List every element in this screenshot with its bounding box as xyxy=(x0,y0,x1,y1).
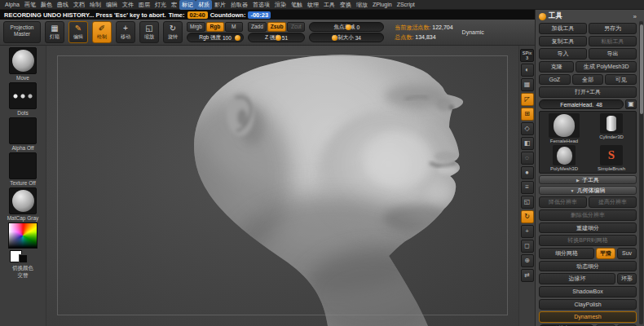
menu-item-brush[interactable]: 画笔 xyxy=(22,0,38,10)
solo-icon[interactable]: ● xyxy=(521,166,534,179)
smooth-toggle[interactable]: 平滑 xyxy=(596,248,615,259)
menu-item-zoom[interactable]: 缩放 xyxy=(354,0,370,10)
menu-item-curves[interactable]: 曲线 xyxy=(55,0,71,10)
tool-flyout-icon[interactable] xyxy=(539,13,546,20)
menu-item-tool[interactable]: 工具 xyxy=(321,0,337,10)
ghost-icon[interactable]: ◌ xyxy=(521,152,534,165)
menu-item-render[interactable]: 渲染 xyxy=(272,0,289,10)
panel-scrollbar-thumb[interactable] xyxy=(640,24,643,114)
clone-button[interactable]: 克隆 xyxy=(539,61,574,73)
rgb-button[interactable]: Rgb xyxy=(206,22,224,32)
quick-pick-cube-icon[interactable]: ▣ xyxy=(625,99,637,109)
dynamic-subdiv-button[interactable]: 动态细分 xyxy=(539,261,637,272)
tool-item-femalehead[interactable]: FemaleHead xyxy=(541,113,587,143)
draw-size-slider[interactable]: 绘制大小 34 xyxy=(309,33,384,42)
geometry-section-header[interactable]: ▼ 几何体编辑 xyxy=(539,186,637,195)
rgb-intensity-slider[interactable]: Rgb 强度 100 xyxy=(187,33,244,42)
menu-item-zplugin[interactable]: ZPlugin xyxy=(370,1,395,8)
export-button[interactable]: 导出 xyxy=(589,48,637,59)
color-picker[interactable] xyxy=(8,222,37,249)
zoom-3d-icon[interactable]: ⊕ xyxy=(521,254,534,267)
polyframe-icon[interactable]: ▦ xyxy=(521,78,534,91)
menu-item-draw[interactable]: 绘制 xyxy=(87,0,104,10)
focal-shift-slider[interactable]: 焦点衰减 0 xyxy=(309,22,384,32)
menu-item-document[interactable]: 文档 xyxy=(71,0,87,10)
edit-button[interactable]: ✎ 编辑 xyxy=(68,21,88,43)
current-brush-thumb[interactable] xyxy=(9,47,37,74)
menu-item-material[interactable]: 材质 xyxy=(196,0,212,10)
divide-button[interactable]: 细分网格 xyxy=(539,248,594,259)
perspective-icon[interactable]: ◸ xyxy=(521,93,534,106)
move-3d-icon[interactable]: + xyxy=(521,225,534,238)
scale-button[interactable]: ◱ 缩放 xyxy=(139,21,159,43)
make-polymesh3d-button[interactable]: 生成 PolyMesh3D xyxy=(576,61,637,73)
rotate-3d-icon[interactable]: ↻ xyxy=(521,210,534,223)
zsub-button[interactable]: Zsub xyxy=(267,22,287,32)
spix-slider[interactable]: SPix 3 xyxy=(520,49,534,62)
menu-item-texture[interactable]: 纹理 xyxy=(305,0,321,10)
delete-lower-button[interactable]: 删除低分辨率 xyxy=(539,209,637,221)
dynamesh-button[interactable]: Dynamesh xyxy=(539,311,637,323)
menu-item-alpha[interactable]: Alpha xyxy=(2,1,22,8)
higher-res-button[interactable]: 提高分辨率 xyxy=(589,196,637,208)
z-intensity-knob[interactable] xyxy=(276,35,281,41)
rotate-button[interactable]: ↻ 旋转 xyxy=(163,21,183,43)
focal-shift-knob[interactable] xyxy=(346,24,351,30)
scale-3d-icon[interactable]: ◱ xyxy=(521,196,534,209)
zadd-button[interactable]: Zadd xyxy=(248,22,267,32)
current-alpha-thumb[interactable] xyxy=(9,117,37,144)
z-intensity-slider[interactable]: Z 强度 51 xyxy=(248,33,305,42)
draw-button[interactable]: ✐ 绘制 xyxy=(92,21,112,43)
shadowbox-button[interactable]: ShadowBox xyxy=(539,286,637,297)
menu-item-edit[interactable]: 编辑 xyxy=(104,0,120,10)
scroll-icon[interactable]: ⇄ xyxy=(521,269,534,282)
menu-item-marker[interactable]: 标记 xyxy=(179,0,196,10)
convert-bpr-button[interactable]: 转换BPR到网格 xyxy=(539,235,637,246)
floor-grid-icon[interactable]: ⊞ xyxy=(521,108,534,121)
menu-item-movie[interactable]: 影片 xyxy=(212,0,228,10)
local-symmetry-icon[interactable]: ◇ xyxy=(521,122,534,135)
menu-item-transform[interactable]: 变换 xyxy=(337,0,354,10)
goz-button[interactable]: GoZ xyxy=(539,74,571,86)
active-tool-slider[interactable]: FemaleHead. 48 xyxy=(539,99,624,109)
reconstruct-subdiv-button[interactable]: 重建细分 xyxy=(539,222,637,234)
copy-tool-button[interactable]: 复制工具 xyxy=(539,36,587,47)
tool-item-simplebrush[interactable]: S SimpleBrush xyxy=(589,145,634,171)
tool-item-polymesh3d[interactable]: PolyMesh3D xyxy=(541,145,587,171)
panel-scrollbar[interactable] xyxy=(639,21,643,324)
xpose-icon[interactable]: ≡ xyxy=(521,181,534,194)
switch-color-button[interactable]: 切换颜色 xyxy=(12,265,33,271)
menu-item-color[interactable]: 颜色 xyxy=(38,0,55,10)
ring-loop-button[interactable]: 环形 xyxy=(617,273,637,284)
menu-item-file[interactable]: 文件 xyxy=(120,0,136,10)
current-material-thumb[interactable] xyxy=(9,187,37,214)
paste-tool-button[interactable]: 粘贴工具 xyxy=(589,36,637,47)
edge-loop-button[interactable]: 边缘环 xyxy=(539,273,615,284)
goz-all-button[interactable]: 全部 xyxy=(572,74,604,86)
menu-item-picker[interactable]: 拾取器 xyxy=(228,0,250,10)
open-plus-tool-button[interactable]: 打开+工具 xyxy=(539,86,637,98)
menu-item-layer[interactable]: 图层 xyxy=(136,0,152,10)
menu-item-light[interactable]: 灯光 xyxy=(152,0,169,10)
transparency-icon[interactable]: ◧ xyxy=(521,137,534,150)
frame-icon[interactable]: ◻ xyxy=(521,240,534,253)
lower-res-button[interactable]: 降低分辨率 xyxy=(539,196,587,208)
current-stroke-thumb[interactable] xyxy=(9,82,37,109)
menu-item-macro[interactable]: 宏 xyxy=(169,0,179,10)
suv-toggle[interactable]: Suv xyxy=(617,248,637,259)
menu-item-stroke[interactable]: 笔触 xyxy=(289,0,305,10)
rgb-intensity-knob[interactable] xyxy=(235,35,240,41)
tool-item-cylinder3d[interactable]: Cylinder3D xyxy=(589,113,634,143)
move-button[interactable]: + 移动 xyxy=(116,21,135,43)
mrgb-button[interactable]: Mrgb xyxy=(187,22,205,32)
goz-visible-button[interactable]: 可见 xyxy=(605,74,637,86)
subtool-section-header[interactable]: ▶ 子工具 xyxy=(539,175,637,184)
m-button[interactable]: M xyxy=(225,22,243,32)
projection-master-button[interactable]: Projection Master xyxy=(3,21,41,43)
menu-item-zscript[interactable]: ZScript xyxy=(395,1,417,8)
import-button[interactable]: 导入 xyxy=(539,48,587,59)
save-as-button[interactable]: 另存为 xyxy=(589,23,637,34)
lightbox-button[interactable]: ▦ 灯箱 xyxy=(45,21,64,43)
bpr-render-icon[interactable]: ◐ xyxy=(521,64,534,77)
zcut-button[interactable]: Zcut xyxy=(287,22,305,32)
